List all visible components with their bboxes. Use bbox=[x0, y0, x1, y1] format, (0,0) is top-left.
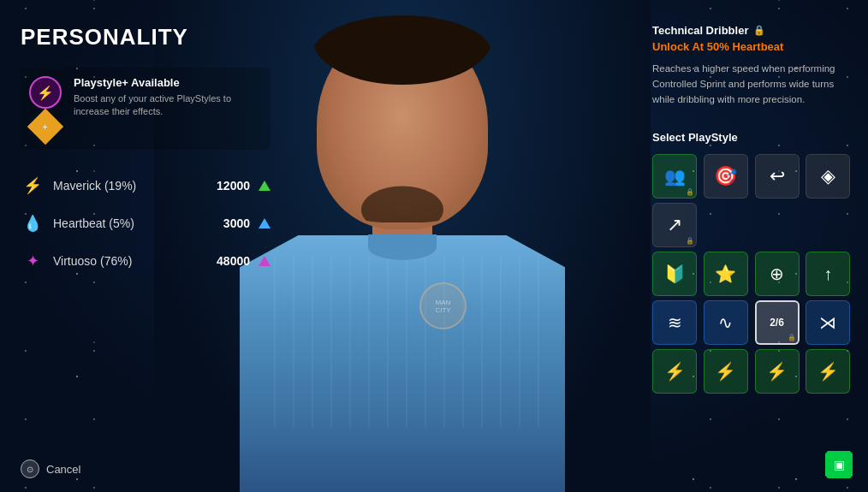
maverick-label: Maverick (19%) bbox=[53, 179, 217, 193]
maverick-value: 12000 bbox=[217, 179, 250, 193]
ps-grid-empty-3 bbox=[806, 203, 850, 247]
virtuoso-icon: ✦ bbox=[21, 249, 45, 273]
ps-grid-item-3[interactable]: ↩ bbox=[755, 154, 800, 199]
ps-grid-item-4[interactable]: ◈ bbox=[806, 154, 850, 199]
cancel-button-icon: ⊙ bbox=[21, 459, 39, 478]
cancel-label: Cancel bbox=[46, 463, 80, 476]
playstyle-diamond-icon: + bbox=[27, 109, 63, 145]
select-playstyle-label: Select PlayStyle bbox=[652, 131, 853, 144]
ps-grid-item-16[interactable]: ⋊ bbox=[806, 300, 850, 345]
virtuoso-value: 48000 bbox=[217, 254, 250, 268]
playstyle-icons: ⚡ + bbox=[29, 76, 62, 141]
heartbeat-value: 3000 bbox=[223, 216, 250, 230]
heartbeat-arrow bbox=[259, 218, 271, 228]
ps-grid-item-14[interactable]: ∿ bbox=[704, 300, 748, 345]
ps-grid-item-15[interactable]: 2/6 🔒 bbox=[755, 300, 800, 345]
page-title: Personality bbox=[21, 24, 271, 50]
ps-grid-item-11[interactable]: ⊕ bbox=[755, 252, 800, 296]
left-panel: Personality ⚡ + Playstyle+ Available Boo… bbox=[0, 0, 291, 492]
bottom-right-button[interactable]: ▣ bbox=[825, 451, 853, 478]
virtuoso-arrow bbox=[259, 256, 271, 266]
ps-grid-item-5[interactable]: ↗🔒 bbox=[652, 203, 697, 247]
playstyle-banner-desc: Boost any of your active PlayStyles to i… bbox=[74, 92, 262, 119]
stat-heartbeat: 💧 Heartbeat (5%) 3000 bbox=[21, 211, 271, 235]
ps-grid-item-13[interactable]: ≋ bbox=[652, 300, 697, 345]
playstyle-banner-title: Playstyle+ Available bbox=[74, 76, 262, 89]
unlock-text: Unlock At 50% Heartbeat bbox=[652, 40, 853, 53]
playstyle-circle-icon: ⚡ bbox=[29, 76, 62, 109]
maverick-icon: ⚡ bbox=[21, 174, 45, 198]
ps-grid-item-20[interactable]: ⚡ bbox=[806, 349, 850, 394]
ps-grid-empty-2 bbox=[755, 203, 800, 247]
heartbeat-icon: 💧 bbox=[21, 211, 45, 235]
ps-grid-item-17[interactable]: ⚡ bbox=[652, 349, 697, 394]
stat-maverick: ⚡ Maverick (19%) 12000 bbox=[21, 174, 271, 198]
ps-grid-item-19[interactable]: ⚡ bbox=[755, 349, 800, 394]
lock-icon: 🔒 bbox=[753, 25, 765, 36]
stat-virtuoso: ✦ Virtuoso (76%) 48000 bbox=[21, 249, 271, 273]
playstyle-grid[interactable]: 👥🔒 🎯 ↩ ◈ ↗🔒 🔰 ⭐ ⊕ ↑ bbox=[652, 154, 853, 394]
virtuoso-label: Virtuoso (76%) bbox=[53, 254, 217, 268]
ps-grid-item-1[interactable]: 👥🔒 bbox=[652, 154, 697, 199]
maverick-arrow bbox=[259, 181, 271, 191]
ps-grid-item-18[interactable]: ⚡ bbox=[704, 349, 748, 394]
right-panel: Technical Dribbler 🔒 Unlock At 50% Heart… bbox=[637, 0, 868, 492]
cancel-bar[interactable]: ⊙ Cancel bbox=[21, 459, 80, 478]
tech-dribbler-title: Technical Dribbler 🔒 bbox=[652, 24, 853, 37]
ps-grid-item-9[interactable]: 🔰 bbox=[652, 252, 697, 296]
jersey-badge: MANCITY bbox=[419, 282, 467, 329]
playstyle-text: Playstyle+ Available Boost any of your a… bbox=[74, 76, 262, 119]
playstyle-banner: ⚡ + Playstyle+ Available Boost any of yo… bbox=[21, 68, 271, 150]
ps-grid-empty-1 bbox=[704, 203, 748, 247]
tech-description: Reaches a higher speed when performing C… bbox=[652, 62, 853, 107]
ps-grid-item-2[interactable]: 🎯 bbox=[704, 154, 748, 199]
heartbeat-label: Heartbeat (5%) bbox=[53, 216, 223, 230]
ps-grid-item-10[interactable]: ⭐ bbox=[704, 252, 748, 296]
ps-grid-item-12[interactable]: ↑ bbox=[806, 252, 850, 296]
